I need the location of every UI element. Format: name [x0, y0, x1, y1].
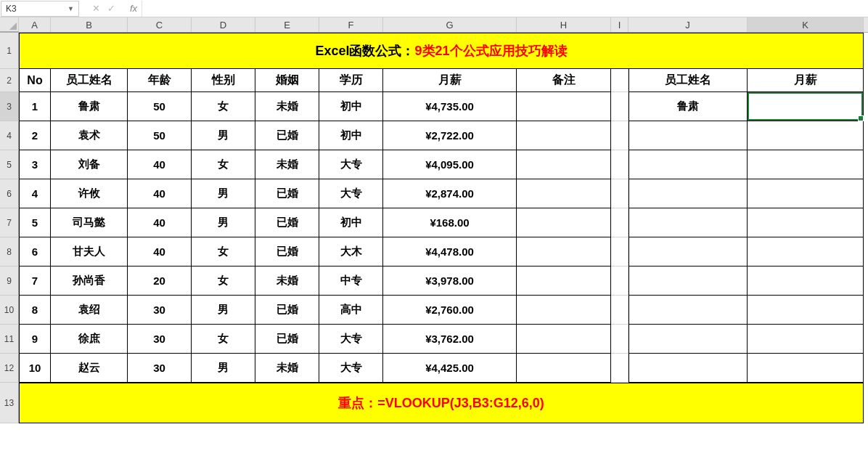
header-age[interactable]: 年龄 — [128, 69, 192, 92]
data-cell-no[interactable]: 2 — [19, 121, 51, 150]
data-cell-age[interactable]: 50 — [128, 92, 192, 121]
data-cell-marriage[interactable]: 已婚 — [255, 179, 319, 208]
footer-banner[interactable]: 重点： =VLOOKUP(J3,B3:G12,6,0) — [19, 383, 864, 423]
cell-gap[interactable] — [611, 92, 629, 121]
data-cell-no[interactable]: 4 — [19, 179, 51, 208]
lookup-name-cell[interactable] — [629, 237, 748, 266]
header-marriage[interactable]: 婚姻 — [255, 69, 319, 92]
data-cell-edu[interactable]: 初中 — [319, 208, 383, 237]
data-cell-edu[interactable]: 大专 — [319, 325, 383, 354]
cell-I2[interactable] — [611, 69, 629, 92]
header-gender[interactable]: 性别 — [192, 69, 255, 92]
col-header-K[interactable]: K — [748, 17, 864, 32]
data-cell-salary[interactable]: ¥3,978.00 — [383, 266, 517, 296]
lookup-name-cell[interactable] — [629, 354, 748, 383]
cell-gap[interactable] — [611, 325, 629, 354]
cell-gap[interactable] — [611, 354, 629, 383]
lookup-salary-cell[interactable] — [748, 354, 864, 383]
header-edu[interactable]: 学历 — [319, 69, 383, 92]
data-cell-gender[interactable]: 男 — [192, 296, 255, 325]
lookup-salary-cell[interactable] — [748, 296, 864, 325]
data-cell-marriage[interactable]: 已婚 — [255, 296, 319, 325]
data-cell-marriage[interactable]: 已婚 — [255, 208, 319, 237]
row-header-3[interactable]: 3 — [0, 92, 19, 121]
data-cell-remark[interactable] — [517, 325, 611, 354]
data-cell-gender[interactable]: 女 — [192, 92, 255, 121]
data-cell-no[interactable]: 7 — [19, 266, 51, 296]
data-cell-salary[interactable]: ¥168.00 — [383, 208, 517, 237]
cell-gap[interactable] — [611, 179, 629, 208]
data-cell-no[interactable]: 1 — [19, 92, 51, 121]
data-cell-salary[interactable]: ¥4,425.00 — [383, 354, 517, 383]
data-cell-no[interactable]: 8 — [19, 296, 51, 325]
lookup-name-cell[interactable] — [629, 121, 748, 150]
lookup-salary-cell[interactable] — [748, 266, 864, 296]
row-header-7[interactable]: 7 — [0, 208, 19, 237]
data-cell-marriage[interactable]: 已婚 — [255, 121, 319, 150]
data-cell-remark[interactable] — [517, 121, 611, 150]
data-cell-salary[interactable]: ¥2,874.00 — [383, 179, 517, 208]
name-box[interactable]: K3 ▼ — [1, 1, 79, 17]
col-header-D[interactable]: D — [192, 17, 255, 32]
data-cell-age[interactable]: 30 — [128, 325, 192, 354]
formula-input[interactable] — [142, 1, 868, 17]
data-cell-age[interactable]: 30 — [128, 354, 192, 383]
title-banner[interactable]: Excel函数公式： 9类21个公式应用技巧解读 — [19, 33, 864, 69]
lookup-name-cell[interactable] — [629, 208, 748, 237]
data-cell-marriage[interactable]: 未婚 — [255, 266, 319, 296]
cell-gap[interactable] — [611, 237, 629, 266]
header-remark[interactable]: 备注 — [517, 69, 611, 92]
col-header-A[interactable]: A — [19, 17, 51, 32]
select-all-corner[interactable] — [0, 17, 19, 32]
data-cell-salary[interactable]: ¥2,722.00 — [383, 121, 517, 150]
data-cell-age[interactable]: 40 — [128, 179, 192, 208]
data-cell-gender[interactable]: 女 — [192, 266, 255, 296]
data-cell-remark[interactable] — [517, 179, 611, 208]
col-header-B[interactable]: B — [51, 17, 128, 32]
header-lookup-name[interactable]: 员工姓名 — [629, 69, 748, 92]
row-header-9[interactable]: 9 — [0, 266, 19, 296]
data-cell-gender[interactable]: 女 — [192, 150, 255, 179]
data-cell-marriage[interactable]: 已婚 — [255, 325, 319, 354]
row-header-13[interactable]: 13 — [0, 383, 19, 423]
data-cell-remark[interactable] — [517, 92, 611, 121]
data-cell-name[interactable]: 鲁肃 — [51, 92, 128, 121]
data-cell-remark[interactable] — [517, 150, 611, 179]
lookup-salary-cell[interactable] — [748, 237, 864, 266]
data-cell-no[interactable]: 10 — [19, 354, 51, 383]
lookup-name-cell[interactable] — [629, 296, 748, 325]
cell-gap[interactable] — [611, 296, 629, 325]
col-header-G[interactable]: G — [383, 17, 517, 32]
data-cell-no[interactable]: 5 — [19, 208, 51, 237]
name-box-dropdown-icon[interactable]: ▼ — [67, 5, 74, 12]
col-header-J[interactable]: J — [629, 17, 748, 32]
row-header-1[interactable]: 1 — [0, 33, 19, 69]
data-cell-name[interactable]: 许攸 — [51, 179, 128, 208]
row-header-2[interactable]: 2 — [0, 69, 19, 92]
data-cell-marriage[interactable]: 已婚 — [255, 237, 319, 266]
col-header-F[interactable]: F — [319, 17, 383, 32]
data-cell-gender[interactable]: 男 — [192, 354, 255, 383]
data-cell-age[interactable]: 20 — [128, 266, 192, 296]
cell-gap[interactable] — [611, 266, 629, 296]
col-header-C[interactable]: C — [128, 17, 192, 32]
data-cell-age[interactable]: 40 — [128, 237, 192, 266]
data-cell-name[interactable]: 司马懿 — [51, 208, 128, 237]
data-cell-no[interactable]: 3 — [19, 150, 51, 179]
data-cell-gender[interactable]: 女 — [192, 237, 255, 266]
lookup-name-cell[interactable] — [629, 266, 748, 296]
data-cell-edu[interactable]: 大专 — [319, 150, 383, 179]
cell-gap[interactable] — [611, 208, 629, 237]
col-header-I[interactable]: I — [611, 17, 629, 32]
data-cell-edu[interactable]: 初中 — [319, 121, 383, 150]
data-cell-name[interactable]: 徐庶 — [51, 325, 128, 354]
data-cell-edu[interactable]: 初中 — [319, 92, 383, 121]
col-header-H[interactable]: H — [517, 17, 611, 32]
data-cell-gender[interactable]: 男 — [192, 179, 255, 208]
lookup-salary-cell[interactable] — [748, 179, 864, 208]
row-header-5[interactable]: 5 — [0, 150, 19, 179]
data-cell-salary[interactable]: ¥4,478.00 — [383, 237, 517, 266]
lookup-salary-cell[interactable] — [748, 92, 864, 121]
header-salary[interactable]: 月薪 — [383, 69, 517, 92]
data-cell-edu[interactable]: 大专 — [319, 354, 383, 383]
